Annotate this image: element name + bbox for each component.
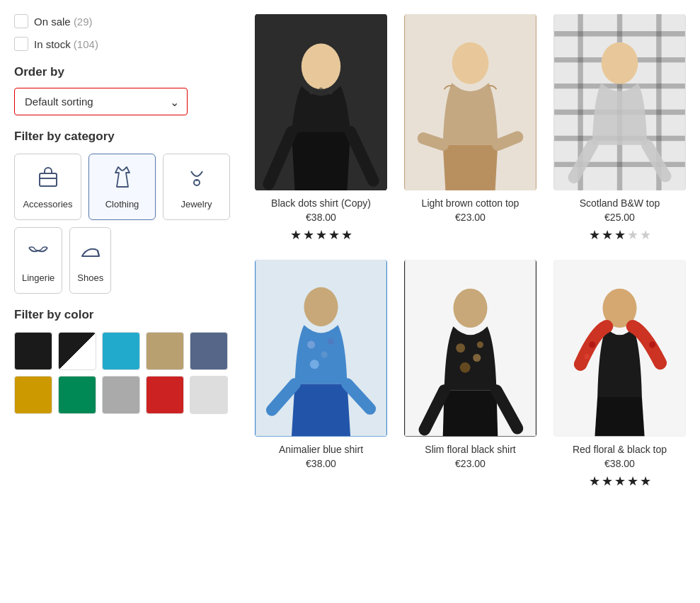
product-img-svg-p4	[255, 260, 387, 436]
product-price-p2: €23.00	[404, 212, 537, 223]
svg-point-37	[589, 342, 595, 348]
svg-point-6	[302, 44, 340, 90]
jewelry-icon	[184, 164, 210, 193]
product-price-p6: €38.00	[553, 458, 686, 469]
filter-color-section: Filter by color	[14, 308, 234, 414]
color-swatch-black[interactable]	[14, 332, 52, 370]
in-stock-filter[interactable]: In stock (104)	[14, 37, 234, 51]
product-card-p3[interactable]: Scotland B&W top €25.00 ★ ★ ★ ★ ★	[553, 14, 686, 243]
svg-point-31	[456, 344, 465, 353]
category-lingerie-label: Lingerie	[22, 272, 54, 283]
product-grid: Black dots shirt (Copy) €38.00 ★ ★ ★ ★ ★	[255, 14, 686, 489]
svg-point-39	[649, 342, 655, 348]
color-swatch-white[interactable]	[190, 376, 228, 414]
svg-point-30	[453, 289, 487, 328]
product-name-p4: Animalier blue shirt	[255, 444, 387, 455]
on-sale-checkbox[interactable]	[14, 14, 28, 28]
clothing-icon	[110, 164, 135, 193]
product-img-svg-p3	[553, 14, 686, 190]
shoes-icon	[78, 238, 103, 267]
star-3: ★	[316, 227, 327, 243]
svg-point-28	[328, 338, 334, 345]
product-card-p1[interactable]: Black dots shirt (Copy) €38.00 ★ ★ ★ ★ ★	[255, 14, 387, 243]
color-swatch-lightgray[interactable]	[102, 376, 140, 414]
product-name-p1: Black dots shirt (Copy)	[255, 197, 387, 209]
svg-point-33	[460, 362, 471, 373]
star-5: ★	[640, 473, 651, 489]
product-image-p2[interactable]	[404, 14, 537, 190]
in-stock-checkbox[interactable]	[14, 37, 28, 51]
product-image-p6[interactable]	[553, 260, 686, 436]
svg-point-9	[329, 91, 333, 95]
product-image-p3[interactable]	[553, 14, 686, 190]
svg-line-4	[98, 251, 99, 256]
category-item-jewelry[interactable]: Jewelry	[163, 154, 230, 220]
svg-point-11	[452, 42, 489, 84]
page-wrapper: On sale (29) In stock (104) Order by Def…	[0, 0, 700, 503]
svg-point-24	[304, 287, 338, 326]
star-2: ★	[602, 227, 613, 243]
color-swatch-red[interactable]	[146, 376, 184, 414]
product-name-p6: Red floral & black top	[553, 444, 686, 455]
category-row-2: Lingerie Shoes	[14, 227, 234, 294]
order-by-section: Order by Default sorting Price: low to h…	[14, 65, 234, 115]
product-image-p5[interactable]	[404, 260, 537, 436]
star-1: ★	[589, 473, 600, 489]
in-stock-label[interactable]: In stock (104)	[34, 38, 98, 50]
product-stars-p3: ★ ★ ★ ★ ★	[553, 227, 686, 243]
star-4: ★	[627, 473, 638, 489]
category-clothing-label: Clothing	[105, 199, 139, 209]
svg-rect-0	[40, 173, 57, 186]
color-swatch-green[interactable]	[58, 376, 96, 414]
product-name-p3: Scotland B&W top	[553, 197, 686, 209]
category-jewelry-label: Jewelry	[180, 199, 212, 209]
color-swatch-slate[interactable]	[190, 332, 228, 370]
star-5: ★	[640, 227, 651, 243]
star-2: ★	[303, 227, 314, 243]
lingerie-icon	[25, 238, 51, 267]
product-img-svg-p6	[553, 260, 686, 436]
filter-category-title: Filter by category	[14, 130, 234, 144]
svg-point-8	[319, 87, 323, 91]
product-img-svg-p5	[404, 260, 537, 436]
product-price-p3: €25.00	[553, 212, 686, 223]
sort-select[interactable]: Default sorting Price: low to high Price…	[14, 88, 188, 115]
accessories-icon	[35, 164, 61, 193]
product-card-p2[interactable]: Light brown cotton top €23.00	[404, 14, 537, 243]
category-item-lingerie[interactable]: Lingerie	[14, 227, 62, 294]
svg-point-34	[477, 342, 483, 348]
product-image-p4[interactable]	[255, 260, 387, 436]
category-accessories-label: Accessories	[23, 199, 72, 209]
star-1: ★	[290, 227, 302, 243]
main-content: Black dots shirt (Copy) €38.00 ★ ★ ★ ★ ★	[255, 14, 686, 489]
category-item-accessories[interactable]: Accessories	[14, 154, 81, 220]
star-2: ★	[602, 473, 613, 489]
category-grid: Accessories Clothing	[14, 154, 234, 220]
product-img-svg-p2	[404, 14, 537, 190]
star-4: ★	[627, 227, 638, 243]
color-swatch-gold[interactable]	[14, 376, 52, 414]
star-1: ★	[589, 227, 600, 243]
svg-point-25	[307, 341, 315, 349]
star-4: ★	[328, 227, 340, 243]
color-swatch-diagonal[interactable]	[58, 332, 96, 370]
color-swatches	[14, 332, 234, 414]
filter-color-title: Filter by color	[14, 308, 234, 322]
product-price-p1: €38.00	[255, 212, 387, 223]
category-item-clothing[interactable]: Clothing	[88, 154, 156, 220]
product-card-p4[interactable]: Animalier blue shirt €38.00	[255, 260, 387, 488]
on-sale-filter[interactable]: On sale (29)	[14, 14, 234, 28]
svg-point-27	[310, 360, 319, 369]
product-image-p1[interactable]	[255, 14, 387, 190]
on-sale-label[interactable]: On sale (29)	[34, 16, 93, 28]
product-price-p5: €23.00	[404, 458, 537, 469]
category-item-shoes[interactable]: Shoes	[69, 227, 111, 294]
color-swatch-tan[interactable]	[146, 332, 184, 370]
product-card-p5[interactable]: Slim floral black shirt €23.00	[404, 260, 537, 488]
filter-category-section: Filter by category Accessories	[14, 130, 234, 294]
product-name-p5: Slim floral black shirt	[404, 444, 537, 455]
svg-point-26	[321, 352, 328, 358]
product-name-p2: Light brown cotton top	[404, 197, 537, 209]
color-swatch-teal[interactable]	[102, 332, 140, 370]
product-card-p6[interactable]: Red floral & black top €38.00 ★ ★ ★ ★ ★	[553, 260, 686, 488]
